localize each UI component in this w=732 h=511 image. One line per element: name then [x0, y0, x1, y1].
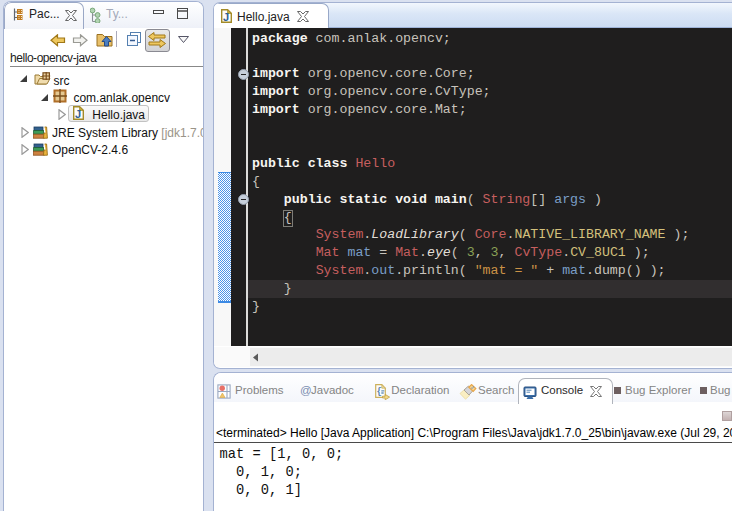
svg-text:J: J — [75, 108, 81, 120]
svg-text:{: { — [376, 387, 381, 397]
svg-text:J: J — [223, 10, 229, 22]
